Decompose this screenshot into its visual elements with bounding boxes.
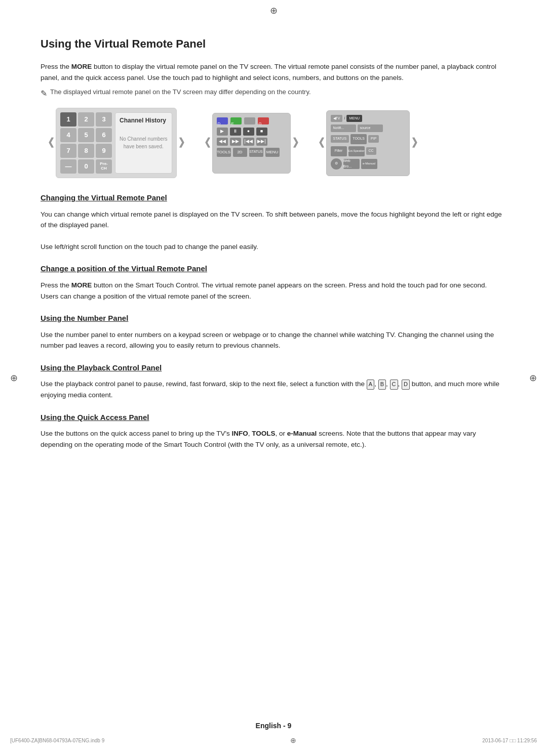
c-key: C xyxy=(390,380,398,390)
key-6[interactable]: 6 xyxy=(96,128,112,142)
qa-mtd[interactable]: ⚙ xyxy=(331,158,342,170)
footer-language: English xyxy=(256,722,282,730)
footer-bottom-row: [UF6400-ZA]BN68-04793A-07ENG.indb 9 ⊕ 20… xyxy=(0,735,547,746)
footer: English - 9 [UF6400-ZA]BN68-04793A-07ENG… xyxy=(0,721,547,746)
number-panel-display: 1 2 3 4 5 6 7 8 9 — 0 Pre-CH Channel His… xyxy=(56,108,177,178)
note-text: The displayed virtual remote panel on th… xyxy=(50,87,311,97)
remote-panels-row: 《 1 2 3 4 5 6 7 8 9 — 0 Pre-CH Chann xyxy=(41,108,506,178)
qa-status[interactable]: STATUS xyxy=(331,135,349,143)
g-button[interactable]: G xyxy=(258,117,269,124)
rewind-button[interactable]: ◀◀ xyxy=(217,138,228,146)
key-2[interactable]: 2 xyxy=(78,112,94,127)
qa-row5: ⚙ Web Bro... e-Manual xyxy=(331,158,405,170)
footer-date: 2013-06-17 □□ 11:29:56 xyxy=(482,737,537,744)
left-arrow-1[interactable]: 《 xyxy=(41,135,56,151)
qa-ext-speaker[interactable]: Ext.Speaker xyxy=(348,146,365,156)
section-text-number: Use the number panel to enter numbers on… xyxy=(41,329,506,351)
stop-button[interactable]: ■ xyxy=(256,128,267,136)
record-button[interactable]: ● xyxy=(243,128,254,136)
quick-access-panel-wrapper: 《 ◀TV i MENU Notifi... source STATUS TOO… xyxy=(311,110,425,176)
key-8[interactable]: 8 xyxy=(78,144,94,158)
qa-pip[interactable]: PIP xyxy=(368,135,379,143)
a-key: A xyxy=(367,380,374,390)
qa-menu[interactable]: MENU xyxy=(346,115,362,122)
section-heading-quick: Using the Quick Access Panel xyxy=(41,412,506,424)
page-title: Using the Virtual Remote Panel xyxy=(41,35,506,52)
key-dash[interactable]: — xyxy=(60,159,76,174)
key-5[interactable]: 5 xyxy=(78,128,94,142)
section-heading-position: Change a position of the Virtual Remote … xyxy=(41,263,506,275)
menu-icon[interactable]: MENU xyxy=(265,148,280,157)
emanual-keyword: e-Manual xyxy=(287,430,317,437)
section-heading-number: Using the Number Panel xyxy=(41,313,506,324)
channel-history-msg: No Channel numbershave been saved. xyxy=(120,135,168,150)
channel-history-box: Channel History No Channel numbershave b… xyxy=(115,112,172,174)
e-button[interactable]: E xyxy=(230,117,242,124)
qa-cc[interactable]: CC xyxy=(366,147,376,155)
key-0[interactable]: 0 xyxy=(78,159,94,174)
left-registration-mark: ⊕ xyxy=(10,371,18,385)
note-icon: ✎ xyxy=(41,88,47,100)
section-changing: Changing the Virtual Remote Panel You ca… xyxy=(41,192,506,252)
number-grid: 1 2 3 4 5 6 7 8 9 — 0 Pre-CH xyxy=(60,112,112,174)
footer-page-num: 9 xyxy=(288,722,292,730)
left-arrow-2[interactable]: 《 xyxy=(197,135,212,151)
right-arrow-3[interactable]: 》 xyxy=(410,135,425,151)
qa-filter-icon[interactable]: Filter xyxy=(331,146,347,156)
left-arrow-3[interactable]: 《 xyxy=(311,135,326,151)
number-panel-wrapper: 《 1 2 3 4 5 6 7 8 9 — 0 Pre-CH Chann xyxy=(41,108,192,178)
section-text-changing-1: You can change which virtual remote pane… xyxy=(41,209,506,231)
qa-row4: Filter Ext.Speaker CC xyxy=(331,146,405,156)
f-button[interactable] xyxy=(244,117,255,124)
section-heading-playback: Using the Playback Control Panel xyxy=(41,362,506,374)
qa-emanual[interactable]: e-Manual xyxy=(361,159,377,169)
key-prech[interactable]: Pre-CH xyxy=(96,159,112,174)
qa-source[interactable]: source xyxy=(358,124,383,132)
right-arrow-2[interactable]: 》 xyxy=(291,135,306,151)
playback-panel-wrapper: 《 D E G xyxy=(197,113,306,174)
fast-forward-button[interactable]: ▶▶ xyxy=(230,138,241,146)
next-button[interactable]: ▶▶| xyxy=(256,138,267,146)
qa-notif[interactable]: Notifi... xyxy=(331,124,356,132)
key-9[interactable]: 9 xyxy=(96,144,112,158)
note-line: ✎ The displayed virtual remote panel on … xyxy=(41,87,506,100)
footer-file: [UF6400-ZA]BN68-04793A-07ENG.indb 9 xyxy=(10,737,104,744)
key-3[interactable]: 3 xyxy=(96,112,112,127)
d-key: D xyxy=(402,380,410,390)
play-controls-row1: ▶ ⏸ ● ■ xyxy=(217,128,286,136)
more-keyword-2: MORE xyxy=(71,281,92,289)
play-bottom-row: TOOLS 2D STATUS MENU xyxy=(217,148,286,157)
right-arrow-1[interactable]: 》 xyxy=(177,135,192,151)
qa-top-row: ◀TV i MENU xyxy=(331,115,405,122)
tools-icon[interactable]: TOOLS xyxy=(217,148,231,157)
section-playback-panel: Using the Playback Control Panel Use the… xyxy=(41,362,506,401)
status-icon[interactable]: STATUS xyxy=(249,148,263,157)
qa-row2: Notifi... source xyxy=(331,124,405,132)
section-change-position: Change a position of the Virtual Remote … xyxy=(41,263,506,302)
channel-history-title: Channel History xyxy=(120,116,168,125)
b-key: B xyxy=(378,380,386,390)
color-buttons-row: D E G xyxy=(217,117,286,124)
footer-bottom-mark: ⊕ xyxy=(290,735,296,746)
section-number-panel: Using the Number Panel Use the number pa… xyxy=(41,313,506,351)
key-7[interactable]: 7 xyxy=(60,144,76,158)
play-button[interactable]: ▶ xyxy=(217,128,228,136)
qa-row3: STATUS TOOLS PIP xyxy=(331,134,405,144)
info-keyword: INFO xyxy=(232,430,248,437)
play-controls-row2: ◀◀ ▶▶ |◀◀ ▶▶| xyxy=(217,138,286,146)
section-text-position: Press the MORE button on the Smart Touch… xyxy=(41,280,506,302)
qa-tools-highlight[interactable]: TOOLS xyxy=(350,134,367,144)
quick-access-panel-display: ◀TV i MENU Notifi... source STATUS TOOLS… xyxy=(326,110,410,176)
intro-paragraph: Press the MORE button to display the vir… xyxy=(41,61,506,83)
qa-web[interactable]: Web Bro... xyxy=(343,159,360,169)
section-text-quick: Use the buttons on the quick access pane… xyxy=(41,428,506,450)
pause-button[interactable]: ⏸ xyxy=(230,128,241,136)
qa-ntv[interactable]: ◀TV xyxy=(331,115,343,122)
key-1[interactable]: 1 xyxy=(60,112,76,127)
d-button[interactable]: D xyxy=(217,117,228,124)
2d-icon[interactable]: 2D xyxy=(233,148,247,157)
qa-info-icon: i xyxy=(344,115,345,122)
key-4[interactable]: 4 xyxy=(60,128,76,142)
tools-keyword: TOOLS xyxy=(252,430,275,437)
prev-button[interactable]: |◀◀ xyxy=(243,138,254,146)
